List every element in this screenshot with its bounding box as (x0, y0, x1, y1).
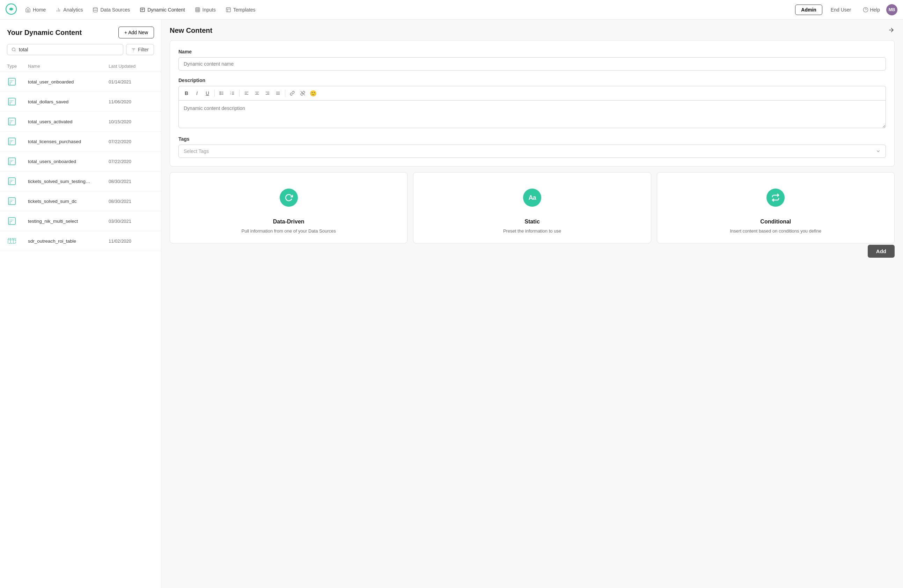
table-row[interactable]: A testing_nik_multi_select03/30/2021 (0, 211, 161, 231)
app-logo[interactable] (6, 3, 17, 16)
svg-point-4 (93, 7, 98, 9)
help-button[interactable]: Help (859, 5, 883, 15)
static-title: Static (524, 219, 540, 225)
left-header: Your Dynamic Content + Add New (0, 27, 161, 44)
row-name: total_user_onboarded (28, 79, 109, 85)
unlink-button[interactable] (298, 88, 308, 98)
align-justify-button[interactable] (273, 88, 283, 98)
svg-text:3: 3 (230, 94, 231, 95)
nav-right: Admin End User Help MB (795, 4, 897, 15)
static-circle: Aa (523, 189, 541, 207)
nav-item-data-sources[interactable]: Data Sources (88, 5, 134, 15)
chevron-down-icon (876, 149, 881, 154)
table-row[interactable]: A total_licenses_purchased07/22/2020 (0, 132, 161, 151)
svg-text:A: A (9, 102, 11, 105)
search-box (7, 44, 123, 55)
row-type-icon (7, 236, 28, 246)
toolbar-sep-3 (285, 90, 285, 97)
svg-text:A: A (9, 82, 11, 85)
arrows-icon (771, 193, 780, 202)
row-type-icon: A (7, 156, 28, 166)
row-date: 07/22/2020 (109, 139, 154, 144)
nav-item-inputs[interactable]: Inputs (191, 5, 220, 15)
svg-line-15 (15, 50, 15, 51)
conditional-icon-container: Ab (755, 184, 796, 212)
row-type-icon: A (7, 196, 28, 206)
list-ol-icon: 123 (230, 91, 234, 96)
emoji-button[interactable]: 🙂 (308, 88, 318, 98)
underline-button[interactable]: U (203, 88, 212, 98)
table-row[interactable]: A total_dollars_saved11/06/2020 (0, 92, 161, 112)
description-label: Description (178, 77, 886, 83)
table-row[interactable]: A total_user_onboarded01/14/2021 (0, 72, 161, 92)
static-icon-container: Ab Aa (511, 184, 553, 212)
link-button[interactable] (287, 88, 297, 98)
avatar[interactable]: MB (886, 4, 897, 15)
filter-icon (131, 47, 136, 52)
data-driven-circle (280, 189, 298, 207)
row-name: total_dollars_saved (28, 99, 109, 104)
type-card-conditional[interactable]: Ab Conditional Insert content based on c… (657, 172, 895, 244)
toolbar-sep-2 (239, 90, 239, 97)
svg-rect-8 (195, 8, 200, 12)
data-driven-desc: Pull information from one of your Data S… (242, 228, 336, 235)
search-icon (11, 47, 16, 52)
list-ul-icon (219, 91, 224, 96)
svg-point-59 (220, 92, 220, 93)
home-icon (25, 7, 31, 13)
description-textarea[interactable] (178, 100, 886, 128)
row-name: total_licenses_purchased (28, 139, 109, 144)
nav-item-templates[interactable]: Templates (221, 5, 260, 15)
list-ol-button[interactable]: 123 (227, 88, 237, 98)
search-input[interactable] (19, 47, 119, 52)
conditional-circle (766, 189, 785, 207)
help-icon (863, 7, 868, 13)
table-row[interactable]: sdr_outreach_roi_table11/02/2020 (0, 231, 161, 251)
table-row[interactable]: A tickets_solved_sum_dc08/30/2021 (0, 191, 161, 211)
arrow-right-icon (888, 27, 895, 33)
tags-label: Tags (178, 136, 886, 142)
add-button[interactable]: Add (868, 245, 895, 258)
form-card: Name Description B I U 123 (170, 40, 895, 167)
row-date: 01/14/2021 (109, 79, 154, 85)
svg-text:A: A (9, 182, 11, 185)
templates-icon (226, 7, 231, 13)
nav-item-analytics[interactable]: Analytics (51, 5, 87, 15)
row-name: tickets_solved_sum_dc (28, 199, 109, 204)
row-type-icon: A (7, 116, 28, 126)
svg-text:A: A (9, 162, 11, 165)
data-driven-icon-container: API SQL (268, 184, 310, 212)
left-panel-title: Your Dynamic Content (7, 28, 82, 37)
filter-button[interactable]: Filter (126, 44, 154, 55)
right-arrow-button[interactable] (888, 27, 895, 35)
italic-button[interactable]: I (192, 88, 202, 98)
row-date: 11/06/2020 (109, 99, 154, 104)
end-user-button[interactable]: End User (825, 5, 857, 15)
tags-select[interactable]: Select Tags (178, 145, 886, 158)
table-row[interactable]: A tickets_solved_sum_testing…08/30/2021 (0, 171, 161, 191)
table-row[interactable]: A total_users_onboarded07/22/2020 (0, 151, 161, 171)
add-btn-row: Add (170, 245, 895, 258)
main-content: Your Dynamic Content + Add New Filter Ty… (0, 20, 903, 588)
analytics-icon (55, 7, 61, 13)
add-new-button[interactable]: + Add New (118, 27, 154, 38)
table-header: Type Name Last Updated (0, 61, 161, 72)
conditional-desc: Insert content based on conditions you d… (730, 228, 822, 235)
svg-rect-9 (226, 8, 230, 12)
type-card-static[interactable]: Ab Aa Static Preset the information to u… (413, 172, 651, 244)
right-panel-title: New Content (170, 27, 212, 35)
list-ul-button[interactable] (217, 88, 227, 98)
nav-item-dynamic-content[interactable]: Dynamic Content (135, 5, 189, 15)
align-left-button[interactable] (242, 88, 252, 98)
admin-button[interactable]: Admin (795, 5, 822, 15)
type-card-data-driven[interactable]: API SQL Data-Driven Pull information fro… (170, 172, 407, 244)
align-center-button[interactable] (252, 88, 262, 98)
dynamic-content-icon (140, 7, 145, 13)
align-right-button[interactable] (263, 88, 272, 98)
bold-button[interactable]: B (182, 88, 191, 98)
refresh-icon (285, 193, 293, 202)
row-name: tickets_solved_sum_testing… (28, 179, 109, 184)
table-row[interactable]: A total_users_activated10/15/2020 (0, 112, 161, 132)
nav-item-home[interactable]: Home (21, 5, 50, 15)
name-input[interactable] (178, 57, 886, 71)
